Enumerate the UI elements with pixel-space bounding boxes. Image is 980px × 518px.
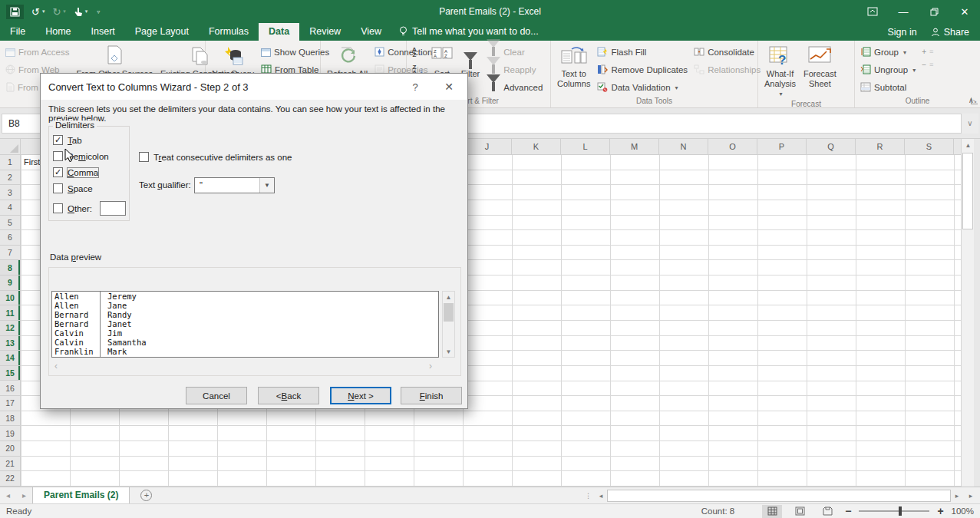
hscroll-corner-icon[interactable]: ▸ (963, 490, 978, 502)
undo-icon[interactable]: ↺▾ (31, 6, 45, 18)
hscroll-right-icon[interactable]: ▸ (951, 490, 963, 502)
row-header[interactable]: 21 (0, 457, 20, 472)
row-header[interactable]: 16 (0, 381, 20, 396)
subtotal-button[interactable]: Subtotal (858, 79, 918, 96)
vertical-scrollbar[interactable]: ▲ (961, 139, 974, 487)
preview-scroll-thumb[interactable] (444, 303, 454, 322)
row-header[interactable]: 6 (0, 230, 20, 246)
tab-split-handle[interactable]: ⋮ (582, 492, 595, 500)
tab-label[interactable]: Tab (68, 136, 82, 145)
other-checkbox[interactable] (53, 203, 63, 213)
column-header[interactable]: T (954, 139, 961, 154)
zoom-slider[interactable] (859, 510, 929, 512)
comma-checkbox[interactable] (53, 167, 63, 177)
relationships-button[interactable]: Relationships (691, 61, 763, 78)
flash-fill-button[interactable]: Flash Fill (595, 44, 690, 61)
hscroll-left-icon[interactable]: ◂ (595, 490, 607, 502)
dialog-close-icon[interactable]: ✕ (432, 74, 466, 100)
column-header[interactable]: P (757, 139, 807, 154)
column-header[interactable]: L (561, 139, 610, 154)
share-button[interactable]: Share (931, 27, 969, 38)
vertical-scroll-thumb[interactable] (962, 153, 973, 229)
combobox-dropdown-icon[interactable]: ▼ (259, 178, 274, 193)
new-sheet-icon[interactable]: + (140, 490, 152, 501)
row-header[interactable]: 22 (0, 471, 20, 487)
comma-label[interactable]: Comma (68, 168, 98, 177)
advanced-filter-button[interactable]: Advanced (484, 79, 545, 96)
column-header[interactable]: Q (807, 139, 856, 154)
zoom-out-icon[interactable]: − (845, 505, 851, 517)
collapse-ribbon-icon[interactable]: ∧ (968, 96, 974, 104)
finish-button[interactable]: Finish (401, 387, 462, 404)
tab-insert[interactable]: Insert (81, 23, 125, 41)
restore-button[interactable] (919, 0, 949, 23)
other-label[interactable]: Other: (68, 204, 92, 213)
zoom-level[interactable]: 100% (952, 506, 974, 516)
row-header[interactable]: 7 (0, 246, 20, 261)
space-label[interactable]: Space (68, 184, 93, 193)
sheet-nav-right-icon[interactable]: ▸ (16, 491, 32, 500)
row-header[interactable]: 9 (0, 275, 20, 291)
treat-consecutive-label[interactable]: Treat consecutive delimiters as one (153, 153, 292, 162)
treat-consecutive-checkbox[interactable] (139, 152, 149, 162)
dialog-help-icon[interactable]: ? (398, 74, 432, 100)
next-button[interactable]: Next > (330, 387, 391, 404)
scroll-up-icon[interactable]: ▲ (962, 139, 975, 152)
data-validation-button[interactable]: Data Validation (595, 79, 690, 96)
cancel-button[interactable]: Cancel (186, 387, 247, 404)
column-header[interactable]: M (610, 139, 659, 154)
select-all-corner[interactable] (0, 139, 21, 155)
group-button[interactable]: Group (858, 44, 918, 61)
back-button[interactable]: < Back (258, 387, 319, 404)
column-header[interactable]: J (463, 139, 512, 154)
redo-icon[interactable]: ↻▾ (52, 6, 65, 18)
minimize-button[interactable]: — (888, 0, 919, 23)
tab-data[interactable]: Data (259, 23, 299, 41)
preview-scroll-left-icon[interactable]: ‹ (54, 361, 58, 371)
row-header[interactable]: 2 (0, 170, 20, 186)
close-button[interactable]: ✕ (949, 0, 980, 23)
show-detail-icon[interactable]: +≡ (919, 45, 935, 58)
forecast-sheet-button[interactable]: ForecastSheet (800, 43, 840, 89)
tab-home[interactable]: Home (35, 23, 81, 41)
sort-az-button[interactable]: AZ↓ (410, 44, 426, 61)
row-header[interactable]: 5 (0, 216, 20, 231)
column-header[interactable]: N (659, 139, 708, 154)
save-icon[interactable] (6, 5, 24, 19)
hide-detail-icon[interactable]: −≡ (919, 58, 935, 71)
row-header[interactable]: 4 (0, 200, 20, 216)
row-header[interactable]: 8 (0, 260, 20, 275)
column-header[interactable]: S (905, 139, 954, 154)
tab-checkbox[interactable] (53, 135, 63, 145)
semicolon-checkbox[interactable] (53, 151, 63, 161)
tab-formulas[interactable]: Formulas (199, 23, 259, 41)
row-header[interactable]: 12 (0, 321, 20, 336)
row-header[interactable]: 17 (0, 396, 20, 411)
zoom-slider-thumb[interactable] (899, 506, 902, 516)
row-header[interactable]: 1 (0, 155, 20, 170)
text-qualifier-combobox[interactable]: " ▼ (194, 177, 275, 193)
formula-bar-expand-icon[interactable]: ∨ (962, 114, 978, 134)
space-checkbox[interactable] (53, 183, 63, 193)
data-preview-box[interactable]: AllenJeremyAllenJaneBernardRandyBernardJ… (51, 291, 439, 358)
other-delimiter-input[interactable] (100, 201, 126, 216)
tab-view[interactable]: View (351, 23, 391, 41)
consolidate-button[interactable]: Consolidate (691, 44, 763, 61)
row-header[interactable]: 20 (0, 441, 20, 457)
preview-scroll-right-icon[interactable]: › (429, 361, 432, 371)
tab-review[interactable]: Review (299, 23, 351, 41)
dialog-title-bar[interactable]: Convert Text to Columns Wizard - Step 2 … (41, 74, 467, 100)
row-header[interactable]: 18 (0, 411, 20, 427)
ungroup-button[interactable]: Ungroup (858, 61, 918, 78)
normal-view-icon[interactable] (762, 505, 782, 518)
row-header[interactable]: 19 (0, 426, 20, 441)
zoom-in-icon[interactable]: + (937, 505, 943, 517)
from-access-button[interactable]: From Access (3, 44, 71, 61)
page-break-view-icon[interactable] (817, 505, 837, 518)
row-header[interactable]: 14 (0, 351, 20, 366)
row-header[interactable]: 3 (0, 185, 20, 200)
ribbon-display-options-icon[interactable] (857, 0, 888, 23)
preview-scroll-down-icon[interactable]: ▼ (443, 346, 454, 357)
column-header[interactable]: O (708, 139, 757, 154)
sign-in-link[interactable]: Sign in (887, 27, 916, 38)
